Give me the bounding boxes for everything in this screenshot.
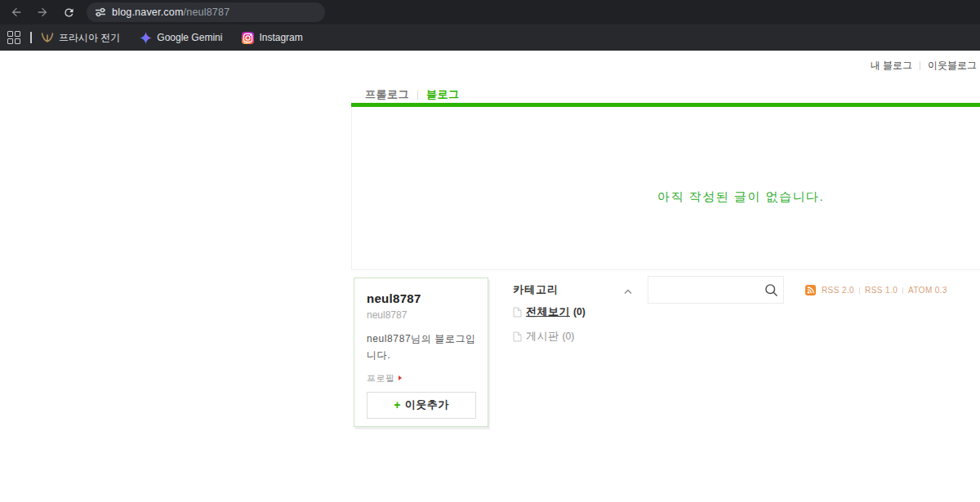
tab-blog[interactable]: 블로그	[426, 87, 460, 102]
profile-blog-id: neul8787	[367, 309, 476, 321]
site-settings-icon[interactable]	[95, 7, 106, 18]
bookmark-label: Instagram	[259, 32, 302, 43]
browser-window: blog.naver.com/neul8787 프라시아 전기	[0, 0, 980, 502]
red-arrow-icon	[399, 375, 402, 380]
back-button[interactable]	[7, 2, 26, 22]
search-button[interactable]	[759, 277, 783, 303]
search-input[interactable]	[648, 277, 759, 303]
rss-icon	[805, 285, 816, 295]
bookmark-prasia[interactable]: 프라시아 전기	[41, 24, 120, 51]
document-icon	[513, 307, 522, 318]
chevron-up-icon[interactable]	[624, 283, 632, 298]
url-text: blog.naver.com/neul8787	[112, 7, 229, 18]
profile-name: neul8787	[367, 291, 476, 305]
rss-2-link[interactable]: RSS 2.0	[822, 286, 854, 295]
url-path: /neul8787	[184, 7, 230, 18]
category-item-board[interactable]: 게시판 (0)	[513, 329, 632, 344]
blog-page: 내 블로그 이웃블로그 프롤로그 블로그 아직 작성된 글이 없습니다. neu…	[0, 51, 980, 502]
post-list-area: 아직 작성된 글이 없습니다.	[351, 107, 980, 270]
bookmark-gemini[interactable]: Google Gemini	[140, 24, 222, 51]
category-widget: 카테고리 전체보기 (0) 게시판 (0)	[513, 282, 632, 344]
bookmark-label: 프라시아 전기	[59, 31, 120, 45]
rss-divider	[859, 287, 860, 294]
arrow-right-icon	[36, 6, 49, 19]
profile-description: neul8787님의 블로그입니다.	[367, 331, 476, 364]
blog-search-box	[648, 276, 784, 304]
gemini-star-icon	[140, 32, 152, 44]
category-header[interactable]: 카테고리	[513, 282, 632, 295]
profile-link[interactable]: 프로필	[367, 372, 395, 384]
profile-card: neul8787 neul8787 neul8787님의 블로그입니다. 프로필…	[354, 278, 488, 427]
address-bar[interactable]: blog.naver.com/neul8787	[87, 2, 325, 22]
category-title: 카테고리	[513, 283, 559, 295]
document-icon	[513, 331, 522, 342]
bookmarks-bar: 프라시아 전기 Google Gemini	[0, 24, 980, 51]
rss-divider	[902, 287, 903, 294]
forward-button[interactable]	[33, 2, 52, 22]
plus-icon: +	[394, 398, 401, 411]
category-item-label[interactable]: 게시판	[526, 329, 559, 344]
empty-posts-message: 아직 작성된 글이 없습니다.	[657, 189, 824, 205]
search-icon	[764, 283, 778, 297]
apps-grid-icon[interactable]	[7, 31, 20, 44]
wings-icon	[41, 32, 54, 43]
rss-links: RSS 2.0 RSS 1.0 ATOM 0.3	[805, 285, 947, 295]
my-blog-link[interactable]: 내 블로그	[871, 59, 912, 73]
profile-link-row[interactable]: 프로필	[367, 372, 476, 384]
instagram-icon	[242, 32, 254, 44]
category-item-all[interactable]: 전체보기 (0)	[513, 304, 632, 319]
rss-1-link[interactable]: RSS 1.0	[865, 286, 898, 295]
tab-divider	[417, 91, 418, 100]
category-item-label[interactable]: 전체보기	[526, 304, 570, 319]
bookmarks-divider	[30, 32, 32, 43]
blog-top-links: 내 블로그 이웃블로그	[871, 59, 977, 73]
blog-tabs: 프롤로그 블로그	[365, 87, 460, 102]
atom-link[interactable]: ATOM 0.3	[908, 286, 947, 295]
bookmark-instagram[interactable]: Instagram	[242, 24, 302, 51]
neighbor-blog-link[interactable]: 이웃블로그	[928, 59, 977, 73]
arrow-left-icon	[10, 6, 23, 19]
top-links-divider	[920, 61, 920, 70]
reload-button[interactable]	[59, 2, 78, 22]
reload-icon	[63, 7, 75, 19]
add-neighbor-label: 이웃추가	[405, 398, 449, 412]
tab-prologue[interactable]: 프롤로그	[365, 87, 409, 102]
url-host: blog.naver.com	[112, 7, 184, 18]
bookmark-label: Google Gemini	[157, 32, 222, 43]
add-neighbor-button[interactable]: + 이웃추가	[367, 392, 476, 419]
browser-toolbar: blog.naver.com/neul8787	[0, 0, 980, 24]
category-item-count: (0)	[563, 331, 575, 342]
category-item-count: (0)	[573, 306, 586, 318]
